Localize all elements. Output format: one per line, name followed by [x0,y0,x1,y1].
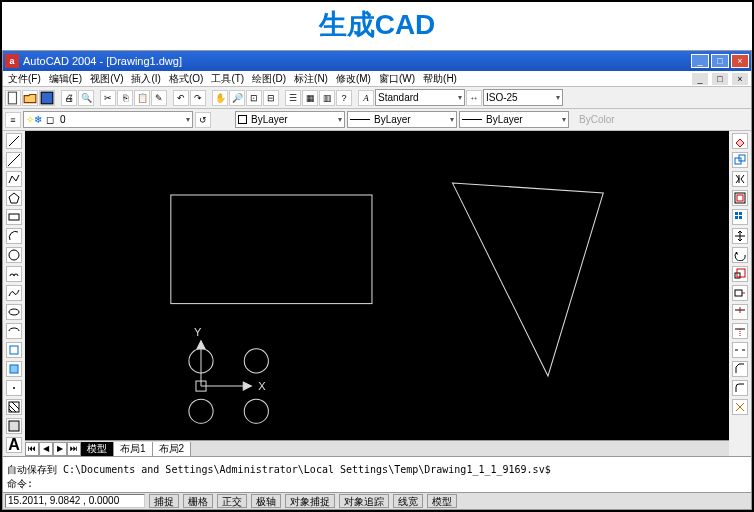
otrack-toggle[interactable]: 对象追踪 [339,494,389,508]
copy-tool[interactable] [732,152,748,168]
linetype-combo[interactable]: ByLayer [347,111,457,128]
save-button[interactable] [39,90,55,106]
svg-rect-1 [41,92,53,104]
color-combo[interactable]: ByLayer [235,111,345,128]
offset-tool[interactable] [732,190,748,206]
point-tool[interactable] [6,380,22,396]
revcloud-tool[interactable] [6,266,22,282]
help-button[interactable]: ? [336,90,352,106]
layer-combo[interactable]: ✧❄◻ 0 [23,111,193,128]
move-tool[interactable] [732,228,748,244]
textstyle-button[interactable]: A [358,90,374,106]
toolpalette-button[interactable]: ▥ [319,90,335,106]
menu-bar: 文件(F) 编辑(E) 视图(V) 插入(I) 格式(O) 工具(T) 绘图(D… [3,71,751,87]
print-button[interactable]: 🖨 [61,90,77,106]
paste-button[interactable]: 📋 [134,90,150,106]
menu-help[interactable]: 帮助(H) [420,72,460,86]
rectangle-tool[interactable] [6,209,22,225]
lwt-toggle[interactable]: 线宽 [393,494,423,508]
model-toggle[interactable]: 模型 [427,494,457,508]
doc-maximize-button[interactable]: □ [711,72,729,86]
properties-button[interactable]: ☰ [285,90,301,106]
layerprev-button[interactable]: ↺ [195,112,211,128]
copy-button[interactable]: ⎘ [117,90,133,106]
region-tool[interactable] [6,418,22,434]
rotate-tool[interactable] [732,247,748,263]
drawing-canvas[interactable]: X Y [25,131,729,440]
dimstyle-button[interactable]: ↔ [466,90,482,106]
scale-tool[interactable] [732,266,748,282]
array-tool[interactable] [732,209,748,225]
open-button[interactable] [22,90,38,106]
doc-close-button[interactable]: × [731,72,749,86]
menu-edit[interactable]: 编辑(E) [46,72,85,86]
menu-format[interactable]: 格式(O) [166,72,206,86]
zoomprev-button[interactable]: ⊟ [263,90,279,106]
textstyle-combo[interactable]: Standard [375,89,465,106]
minimize-button[interactable]: _ [691,54,709,68]
zoomwin-button[interactable]: ⊡ [246,90,262,106]
tab-next-button[interactable]: ▶ [53,442,67,456]
preview-button[interactable]: 🔍 [78,90,94,106]
menu-draw[interactable]: 绘图(D) [249,72,289,86]
zoom-button[interactable]: 🔎 [229,90,245,106]
text-tool[interactable]: A [6,437,22,453]
cut-button[interactable]: ✂ [100,90,116,106]
trim-tool[interactable] [732,304,748,320]
svg-point-20 [189,399,213,423]
menu-window[interactable]: 窗口(W) [376,72,418,86]
grid-toggle[interactable]: 栅格 [183,494,213,508]
polar-toggle[interactable]: 极轴 [251,494,281,508]
line-tool[interactable] [6,133,22,149]
pline-tool[interactable] [6,171,22,187]
arc-tool[interactable] [6,228,22,244]
spline-tool[interactable] [6,285,22,301]
polygon-tool[interactable] [6,190,22,206]
tab-prev-button[interactable]: ◀ [39,442,53,456]
svg-marker-25 [197,341,205,349]
erase-tool[interactable] [732,133,748,149]
maximize-button[interactable]: □ [711,54,729,68]
tab-last-button[interactable]: ⏭ [67,442,81,456]
circle-tool[interactable] [6,247,22,263]
ellipsearc-tool[interactable] [6,323,22,339]
menu-view[interactable]: 视图(V) [87,72,126,86]
explode-tool[interactable] [732,399,748,415]
close-button[interactable]: × [731,54,749,68]
insert-tool[interactable] [6,342,22,358]
match-button[interactable]: ✎ [151,90,167,106]
snap-toggle[interactable]: 捕捉 [149,494,179,508]
redo-button[interactable]: ↷ [190,90,206,106]
break-tool[interactable] [732,342,748,358]
doc-minimize-button[interactable]: _ [691,72,709,86]
tab-model[interactable]: 模型 [81,442,114,456]
stretch-tool[interactable] [732,285,748,301]
ellipse-tool[interactable] [6,304,22,320]
xline-tool[interactable] [6,152,22,168]
osnap-toggle[interactable]: 对象捕捉 [285,494,335,508]
layermgr-button[interactable]: ≡ [5,112,21,128]
fillet-tool[interactable] [732,380,748,396]
ortho-toggle[interactable]: 正交 [217,494,247,508]
tab-layout2[interactable]: 布局2 [153,442,192,456]
menu-file[interactable]: 文件(F) [5,72,44,86]
tab-layout1[interactable]: 布局1 [114,442,153,456]
mirror-tool[interactable] [732,171,748,187]
menu-insert[interactable]: 插入(I) [128,72,163,86]
dimstyle-combo[interactable]: ISO-25 [483,89,563,106]
menu-dimension[interactable]: 标注(N) [291,72,331,86]
undo-button[interactable]: ↶ [173,90,189,106]
extend-tool[interactable] [732,323,748,339]
chamfer-tool[interactable] [732,361,748,377]
tab-first-button[interactable]: ⏮ [25,442,39,456]
hatch-tool[interactable] [6,399,22,415]
menu-tools[interactable]: 工具(T) [208,72,247,86]
command-window[interactable]: 自动保存到 C:\Documents and Settings\Administ… [3,456,751,492]
svg-marker-23 [243,382,251,390]
menu-modify[interactable]: 修改(M) [333,72,374,86]
designcenter-button[interactable]: ▦ [302,90,318,106]
lineweight-combo[interactable]: ByLayer [459,111,569,128]
new-button[interactable] [5,90,21,106]
block-tool[interactable] [6,361,22,377]
pan-button[interactable]: ✋ [212,90,228,106]
